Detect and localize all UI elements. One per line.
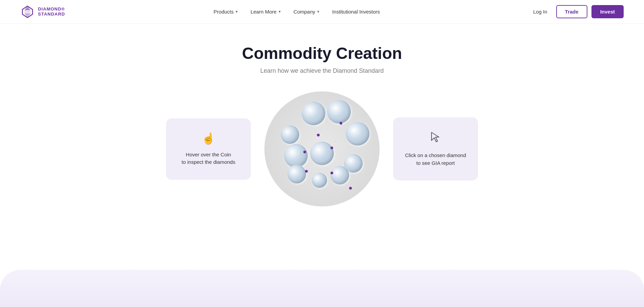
diamond-gem-8[interactable] xyxy=(287,165,306,183)
logo-text: DIAMOND® STANDARD xyxy=(38,7,65,17)
nav-actions: Log In Trade Invest xyxy=(528,5,624,18)
hint-hover-text: Hover over the Coin to inspect the diamo… xyxy=(182,151,235,166)
dot-7 xyxy=(349,187,352,190)
dot-4 xyxy=(303,151,306,153)
hand-cursor-icon: ☝️ xyxy=(202,132,215,145)
trade-button[interactable]: Trade xyxy=(556,5,587,18)
navbar: DIAMOND® STANDARD Products ▼ Learn More … xyxy=(0,0,644,24)
page-title: Commodity Creation xyxy=(242,44,402,63)
nav-company[interactable]: Company ▼ xyxy=(289,6,325,17)
chevron-down-icon: ▼ xyxy=(278,10,281,14)
page-subtitle: Learn how we achieve the Diamond Standar… xyxy=(260,67,384,74)
diamond-gem-5[interactable] xyxy=(284,144,308,168)
svg-marker-3 xyxy=(24,14,31,18)
hint-click-text: Click on a chosen diamond to see GIA rep… xyxy=(405,152,466,167)
dot-6 xyxy=(330,172,333,174)
nav-products[interactable]: Products ▼ xyxy=(209,6,243,17)
diamond-gem-10[interactable] xyxy=(330,166,349,184)
diamond-gem-9[interactable] xyxy=(312,173,327,188)
invest-button[interactable]: Invest xyxy=(591,5,624,18)
dot-3 xyxy=(330,147,333,149)
diamond-gem-6[interactable] xyxy=(310,141,334,165)
hint-card-click: Click on a chosen diamond to see GIA rep… xyxy=(393,117,478,180)
logo[interactable]: DIAMOND® STANDARD xyxy=(20,5,65,19)
diamond-gem-1[interactable] xyxy=(302,102,325,125)
svg-marker-2 xyxy=(24,6,31,10)
login-button[interactable]: Log In xyxy=(528,6,552,17)
interactive-section: ☝️ Hover over the Coin to inspect the di… xyxy=(119,91,525,206)
nav-links: Products ▼ Learn More ▼ Company ▼ Instit… xyxy=(209,6,385,17)
dot-2 xyxy=(340,122,342,125)
dot-1 xyxy=(317,134,320,136)
hint-card-hover: ☝️ Hover over the Coin to inspect the di… xyxy=(166,118,251,180)
diamond-gem-2[interactable] xyxy=(327,100,351,124)
diamond-gem-4[interactable] xyxy=(346,122,369,146)
arrow-cursor-icon xyxy=(429,131,442,146)
logo-icon xyxy=(20,5,35,19)
coin-circle[interactable] xyxy=(264,91,380,206)
main-content: Commodity Creation Learn how we achieve … xyxy=(0,24,644,220)
bottom-decorative-bar xyxy=(0,270,644,307)
nav-learn-more[interactable]: Learn More ▼ xyxy=(246,6,286,17)
dot-5 xyxy=(305,170,308,173)
chevron-down-icon: ▼ xyxy=(317,10,320,14)
nav-institutional[interactable]: Institutional Investors xyxy=(327,6,385,17)
chevron-down-icon: ▼ xyxy=(235,10,238,14)
diamond-gem-3[interactable] xyxy=(281,125,299,144)
